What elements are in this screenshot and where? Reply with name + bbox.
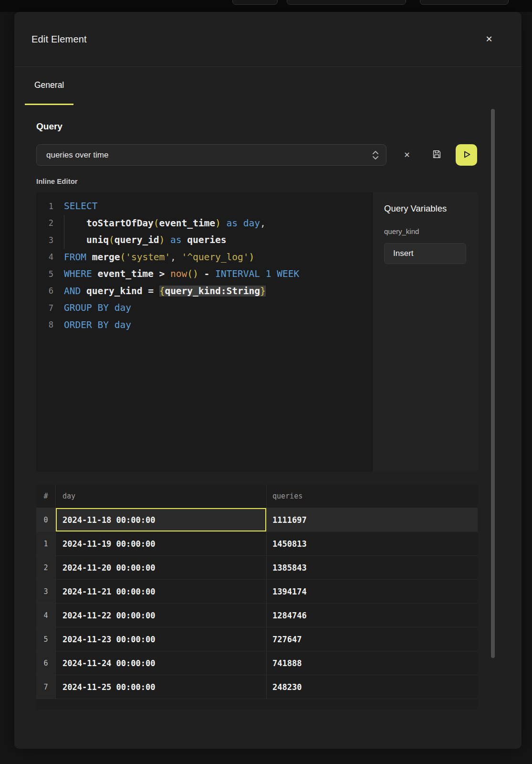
- code-line[interactable]: 8ORDER BY day: [36, 317, 372, 334]
- code-text: AND query_kind = {query_kind:String}: [64, 286, 266, 297]
- row-index-cell[interactable]: 4: [36, 604, 56, 627]
- inline-editor-label: Inline Editor: [36, 177, 478, 185]
- queries-cell[interactable]: 1284746: [267, 604, 478, 627]
- background-topbar: [0, 0, 532, 12]
- code-line[interactable]: 5WHERE event_time > now() - INTERVAL 1 W…: [36, 265, 372, 283]
- code-line[interactable]: 2 toStartOfDay(event_time) as day,: [36, 215, 372, 232]
- line-number: 6: [36, 286, 53, 296]
- background-button: [420, 0, 509, 5]
- tab-bar: General: [14, 67, 522, 105]
- day-cell[interactable]: 2024-11-23 00:00:00: [56, 627, 267, 651]
- queries-cell[interactable]: 1450813: [267, 532, 478, 555]
- query-section-heading: Query: [36, 121, 478, 132]
- day-cell[interactable]: 2024-11-20 00:00:00: [56, 556, 267, 579]
- code-line[interactable]: 3 uniq(query_id) as queries: [36, 232, 372, 249]
- code-editor-lines[interactable]: 1SELECT2 toStartOfDay(event_time) as day…: [36, 192, 372, 472]
- table-row[interactable]: 52024-11-23 00:00:00727647: [36, 627, 478, 651]
- queries-cell[interactable]: 248230: [267, 675, 478, 699]
- play-icon: [460, 149, 472, 162]
- results-table: # day queries 02024-11-18 00:00:00111169…: [36, 485, 478, 710]
- query-select[interactable]: queries over time: [36, 144, 386, 166]
- day-cell[interactable]: 2024-11-18 00:00:00: [56, 508, 267, 531]
- code-text: WHERE event_time > now() - INTERVAL 1 WE…: [64, 268, 299, 279]
- modal-content: Query queries over time ✕: [14, 121, 522, 710]
- insert-variable-button[interactable]: Insert: [384, 243, 466, 264]
- table-row[interactable]: 42024-11-22 00:00:001284746: [36, 604, 478, 627]
- code-line[interactable]: 6AND query_kind = {query_kind:String}: [36, 283, 372, 300]
- sql-editor: 1SELECT2 toStartOfDay(event_time) as day…: [36, 192, 478, 472]
- row-index-cell[interactable]: 6: [36, 651, 56, 675]
- code-text: uniq(query_id) as queries: [64, 234, 227, 245]
- row-index-cell[interactable]: 2: [36, 556, 56, 579]
- day-cell[interactable]: 2024-11-19 00:00:00: [56, 532, 267, 555]
- clear-query-button[interactable]: ✕: [398, 146, 416, 164]
- code-text: FROM merge('system', '^query_log'): [64, 252, 254, 263]
- table-row[interactable]: 32024-11-21 00:00:001394174: [36, 580, 478, 604]
- line-number: 1: [36, 202, 53, 211]
- row-index-cell[interactable]: 0: [36, 508, 56, 531]
- row-index-cell[interactable]: 7: [36, 675, 56, 699]
- code-text: GROUP BY day: [64, 302, 131, 313]
- col-header-queries[interactable]: queries: [267, 485, 478, 508]
- save-query-button[interactable]: [428, 146, 446, 164]
- modal-header: Edit Element ✕: [14, 12, 522, 67]
- row-index-cell[interactable]: 1: [36, 532, 56, 555]
- col-header-index[interactable]: #: [36, 485, 56, 508]
- day-cell[interactable]: 2024-11-22 00:00:00: [56, 604, 267, 627]
- table-row[interactable]: 72024-11-25 00:00:00248230: [36, 675, 478, 699]
- results-table-body: 02024-11-18 00:00:00111169712024-11-19 0…: [36, 508, 478, 699]
- code-text: SELECT: [64, 201, 97, 212]
- chevron-updown-icon: [372, 150, 379, 160]
- code-text: ORDER BY day: [64, 319, 131, 330]
- background-button: [287, 0, 406, 5]
- clear-icon: ✕: [404, 150, 410, 159]
- queries-cell[interactable]: 727647: [267, 627, 478, 651]
- edit-element-modal: Edit Element ✕ General Query queries ove…: [14, 12, 522, 749]
- line-number: 4: [36, 252, 53, 262]
- day-cell[interactable]: 2024-11-25 00:00:00: [56, 675, 267, 699]
- table-row[interactable]: 62024-11-24 00:00:00741888: [36, 651, 478, 675]
- row-index-cell[interactable]: 5: [36, 627, 56, 651]
- queries-cell[interactable]: 1111697: [267, 508, 478, 531]
- close-button[interactable]: ✕: [481, 32, 497, 47]
- day-cell[interactable]: 2024-11-21 00:00:00: [56, 580, 267, 603]
- run-query-button[interactable]: [456, 144, 477, 166]
- background-button: [232, 0, 278, 5]
- query-select-value: queries over time: [46, 150, 108, 160]
- table-row[interactable]: 02024-11-18 00:00:001111697: [36, 508, 478, 532]
- close-icon: ✕: [485, 34, 492, 44]
- query-variables-panel: Query Variables query_kind Insert: [372, 192, 478, 472]
- table-row[interactable]: 12024-11-19 00:00:001450813: [36, 532, 478, 556]
- queries-cell[interactable]: 1385843: [267, 556, 478, 579]
- code-line[interactable]: 4FROM merge('system', '^query_log'): [36, 249, 372, 266]
- line-number: 7: [36, 303, 53, 313]
- query-variables-heading: Query Variables: [384, 203, 466, 214]
- queries-cell[interactable]: 1394174: [267, 580, 478, 603]
- query-select-row: queries over time ✕: [36, 144, 478, 166]
- line-number: 8: [36, 320, 53, 329]
- results-table-header: # day queries: [36, 485, 478, 508]
- modal-title: Edit Element: [31, 34, 87, 45]
- modal-scrollbar[interactable]: [491, 109, 495, 658]
- code-line[interactable]: 1SELECT: [36, 198, 372, 215]
- line-number: 3: [36, 235, 53, 245]
- code-line[interactable]: 7GROUP BY day: [36, 299, 372, 317]
- code-text: toStartOfDay(event_time) as day,: [64, 218, 266, 229]
- day-cell[interactable]: 2024-11-24 00:00:00: [56, 651, 267, 675]
- save-icon: [431, 149, 442, 161]
- row-index-cell[interactable]: 3: [36, 580, 56, 603]
- queries-cell[interactable]: 741888: [267, 651, 478, 675]
- col-header-day[interactable]: day: [56, 485, 267, 508]
- tab-general[interactable]: General: [25, 67, 73, 105]
- line-number: 5: [36, 269, 53, 279]
- line-number: 2: [36, 218, 53, 228]
- table-row[interactable]: 22024-11-20 00:00:001385843: [36, 556, 478, 580]
- variable-name-label: query_kind: [384, 227, 466, 235]
